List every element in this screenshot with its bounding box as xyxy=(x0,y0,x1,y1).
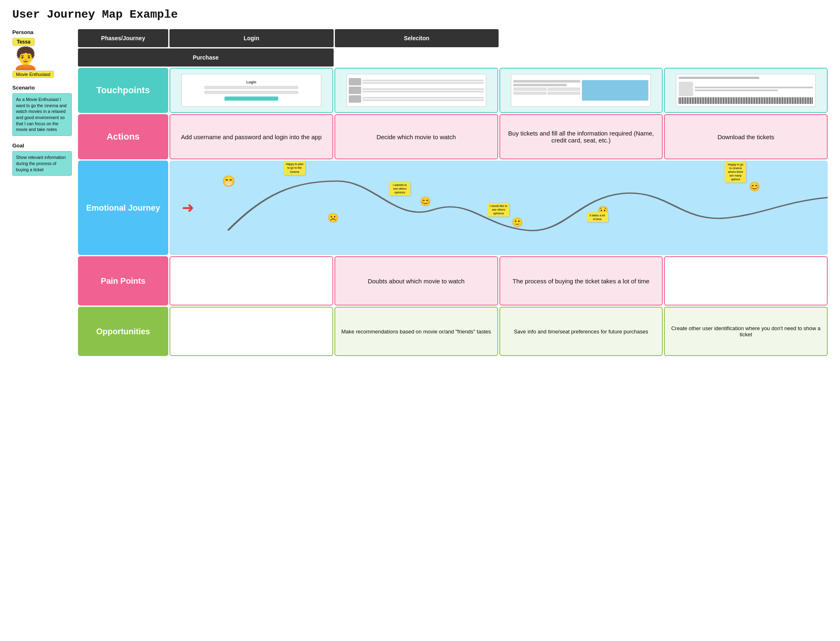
touchpoint-ticket xyxy=(664,68,828,113)
touchpoints-row: Touchpoints Login xyxy=(78,68,828,113)
actions-row: Actions Add username and password and lo… xyxy=(78,114,828,159)
opp-login xyxy=(169,307,333,356)
emoji-happy-end: 😊 xyxy=(749,182,760,192)
mockup-purchase-screen xyxy=(511,74,651,107)
sticky-5: Happy to go to cinema where there are ma… xyxy=(725,161,746,182)
action-login: Add username and password and login into… xyxy=(169,114,333,159)
emoji-slight-smile: 😊 xyxy=(420,196,431,207)
emotional-canvas-container: ➜ 😁 ☹️ 😊 🙂 😟 😊 Happy to plan to go to th… xyxy=(169,161,828,255)
goal-text: Show relevant information during the pro… xyxy=(12,151,72,176)
mockup-login-screen: Login xyxy=(181,74,321,107)
touchpoint-selection xyxy=(334,68,498,113)
sidebar: Persona Tessa 🧑‍🦱 Movie Enthusiast Scena… xyxy=(12,29,78,357)
touchpoint-purchase xyxy=(499,68,663,113)
persona-section: Persona Tessa 🧑‍🦱 Movie Enthusiast xyxy=(12,29,72,78)
opp-purchase: Save info and time/seat preferences for … xyxy=(499,307,663,356)
header-selection: Seleciton xyxy=(335,29,499,47)
persona-role: Movie Enthusiast xyxy=(12,71,54,78)
mockup-selection-screen xyxy=(346,74,486,107)
header-purchase: Purchase xyxy=(78,48,334,67)
mockup-ticket-screen xyxy=(676,74,816,107)
emoji-neutral: 🙂 xyxy=(512,217,523,228)
header-login: Login xyxy=(169,29,334,47)
pain-points-label: Pain Points xyxy=(78,256,168,306)
scenario-text: As a Movie Enthusiast I want to go the c… xyxy=(12,93,72,136)
pain-purchase: The process of buying the ticket takes a… xyxy=(499,256,663,306)
sticky-2: I wanted to see others opinions xyxy=(389,182,410,195)
action-purchase: Buy tickets and fill all the information… xyxy=(499,114,663,159)
actions-label: Actions xyxy=(78,114,168,159)
sticky-4: It takes a lot of time xyxy=(587,212,608,222)
pain-points-row: Pain Points Doubts about which movie to … xyxy=(78,256,828,306)
sticky-3: I would like to see others opinions xyxy=(488,203,509,216)
pain-selection: Doubts about which movie to watch xyxy=(334,256,498,306)
emoji-sad: ☹️ xyxy=(327,213,339,223)
header-row: Phases/Journey Login Seleciton Purchase xyxy=(78,29,828,67)
persona-name: Tessa xyxy=(12,38,35,46)
pain-login xyxy=(169,256,333,306)
emotional-label: Emotional Journey xyxy=(78,161,168,255)
emoji-happy-start: 😁 xyxy=(222,175,235,188)
page-title: User Journey Map Example xyxy=(12,8,828,21)
scenario-section: Scenario As a Movie Enthusiast I want to… xyxy=(12,85,72,136)
goal-section: Goal Show relevant information during th… xyxy=(12,142,72,176)
opp-download: Create other user identification where y… xyxy=(664,307,828,356)
opportunities-row: Opportunities Make recommendations based… xyxy=(78,307,828,356)
touchpoints-label: Touchpoints xyxy=(78,68,168,113)
opp-selection: Make recommendations based on movie or/a… xyxy=(334,307,498,356)
opportunities-label: Opportunities xyxy=(78,307,168,356)
action-selection: Decide which movie to watch xyxy=(334,114,498,159)
action-download: Download the tickets xyxy=(664,114,828,159)
emotional-journey-row: Emotional Journey ➜ 😁 ☹️ 😊 🙂 😟 😊 Happy t… xyxy=(78,161,828,255)
touchpoint-login: Login xyxy=(169,68,333,113)
main-grid: Phases/Journey Login Seleciton Purchase … xyxy=(78,29,828,357)
goal-label: Goal xyxy=(12,142,72,149)
sticky-1: Happy to plan to go to the cinema xyxy=(284,161,305,175)
header-phases: Phases/Journey xyxy=(78,29,168,47)
scenario-label: Scenario xyxy=(12,85,72,91)
persona-label: Persona xyxy=(12,29,72,35)
pain-download xyxy=(664,256,828,306)
persona-avatar: 🧑‍🦱 xyxy=(12,48,72,69)
